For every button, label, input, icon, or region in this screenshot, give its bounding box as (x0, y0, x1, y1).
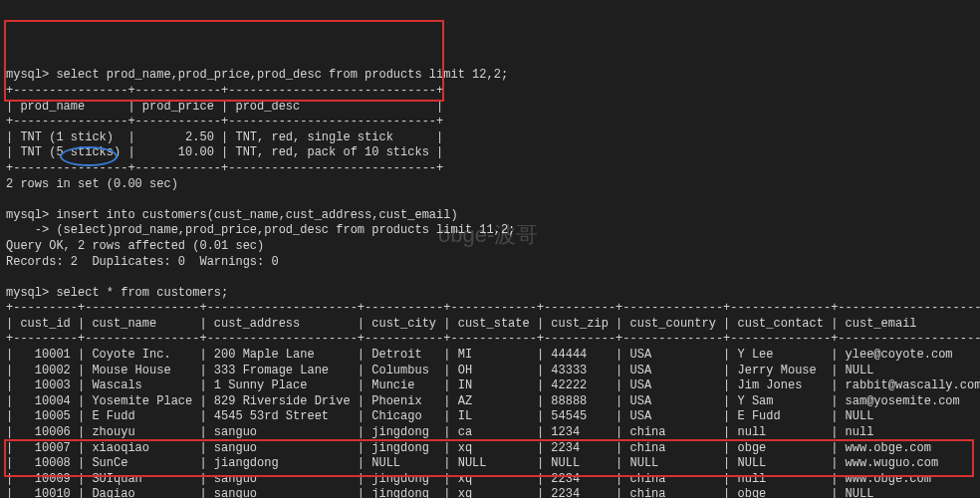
table1-sep: +----------------+------------+---------… (6, 84, 443, 98)
table1-row: | TNT (5 sticks) | 10.00 | TNT, red, pac… (6, 145, 443, 159)
table2-header: | cust_id | cust_name | cust_address | c… (6, 317, 980, 331)
table1-sep: +----------------+------------+---------… (6, 161, 443, 175)
table2-row: | 10005 | E Fudd | 4545 53rd Street | Ch… (6, 409, 980, 423)
query-status-1: 2 rows in set (0.00 sec) (6, 177, 178, 191)
table1-sep: +----------------+------------+---------… (6, 115, 443, 128)
query-status-2a: Query OK, 2 rows affected (0.01 sec) (6, 239, 264, 253)
table2-sep: +---------+----------------+------------… (6, 332, 980, 346)
query-status-2b: Records: 2 Duplicates: 0 Warnings: 0 (6, 255, 279, 269)
table2-row: | 10003 | Wascals | 1 Sunny Place | Munc… (6, 378, 980, 392)
table2-row: | 10009 | SUIquan | sanguo | jingdong | … (6, 472, 980, 486)
sql-prompt-2a: mysql> insert into customers(cust_name,c… (6, 208, 458, 222)
sql-prompt-3: mysql> select * from customers; (6, 286, 228, 300)
sql-prompt-2b: -> (select)prod_name,prod_price,prod_des… (6, 223, 515, 237)
sql-prompt-1: mysql> select prod_name,prod_price,prod_… (6, 68, 508, 82)
terminal-output[interactable]: mysql> select prod_name,prod_price,prod_… (6, 68, 974, 498)
table2-row: | 10002 | Mouse House | 333 Fromage Lane… (6, 364, 980, 377)
table2-row: | 10007 | xiaoqiao | sanguo | jingdong |… (6, 441, 980, 455)
table2-sep: +---------+----------------+------------… (6, 301, 980, 315)
table2-row: | 10008 | SunCe | jiangdong | NULL | NUL… (6, 456, 980, 470)
table2-row: | 10004 | Yosemite Place | 829 Riverside… (6, 394, 980, 408)
table2-row: | 10001 | Coyote Inc. | 200 Maple Lane |… (6, 348, 980, 362)
table2-row: | 10006 | zhouyu | sanguo | jingdong | c… (6, 425, 980, 439)
table1-header: | prod_name | prod_price | prod_desc | (6, 100, 443, 114)
table1-row: | TNT (1 stick) | 2.50 | TNT, red, singl… (6, 130, 443, 144)
table2-row: | 10010 | Daqiao | sanguo | jingdong | x… (6, 487, 980, 498)
